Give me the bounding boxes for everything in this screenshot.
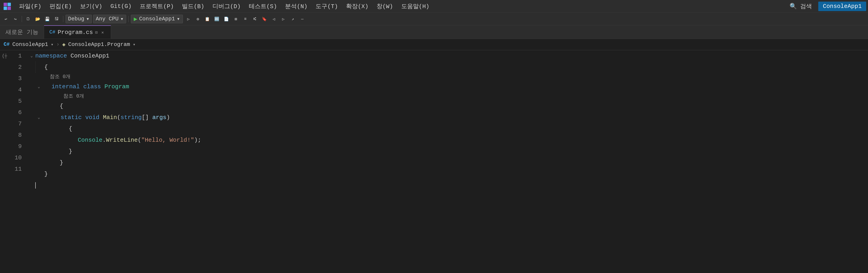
redo-button[interactable]: ↪ <box>11 15 20 23</box>
app-title-button[interactable]: ConsoleApp1 <box>818 2 866 11</box>
gutter-item-6 <box>0 107 9 118</box>
toolbar-btn-9[interactable]: ◁ <box>270 15 278 23</box>
debug-config-dropdown[interactable]: Debug ▾ <box>66 15 92 23</box>
paren-close: ) <box>166 114 170 120</box>
run-dropdown-arrow: ▾ <box>177 16 180 22</box>
toolbar-btn-1[interactable]: ⚙ <box>194 15 202 23</box>
gutter-item-7 <box>0 118 9 130</box>
class-name: Program <box>104 84 129 90</box>
brace-open-1: { <box>44 64 48 70</box>
code-line-3[interactable]: ⌄ internal class Program <box>27 81 868 92</box>
run-arrow-icon: ▶ <box>134 16 137 23</box>
keyword-static: static <box>61 114 82 120</box>
toolbar-btn-3[interactable]: 🔤 <box>213 15 221 23</box>
brace-open-2: { <box>60 103 63 109</box>
tab-program-cs[interactable]: C# Program.cs ⊡ ✕ <box>44 25 111 39</box>
menu-edit[interactable]: 편집(E) <box>46 1 75 11</box>
collapse-icon-3[interactable]: ⌄ <box>36 84 41 89</box>
line-num-6: 6 <box>13 107 24 118</box>
cpu-dropdown[interactable]: Any CPU ▾ <box>93 15 126 23</box>
hint-text-4: 참조 0개 <box>63 94 84 99</box>
tab-label: Program.cs <box>58 29 93 36</box>
menu-project[interactable]: 프로젝트(P) <box>136 1 178 11</box>
brace-close-2: } <box>60 160 63 166</box>
breadcrumb-class-dropdown[interactable]: ▾ <box>133 42 135 47</box>
app-logo <box>2 1 13 12</box>
collapse-icon-1[interactable]: ⌄ <box>29 53 34 59</box>
menu-debug[interactable]: 디버그(D) <box>209 1 244 11</box>
line-num-3: 3 <box>13 73 24 84</box>
menu-git[interactable]: Git(G) <box>107 2 135 11</box>
toolbar-btn-2[interactable]: 📋 <box>203 15 211 23</box>
toolbar-btn-7[interactable]: ⑆ <box>251 15 259 23</box>
svg-rect-1 <box>7 3 11 6</box>
line-num-7: 7 <box>13 118 24 130</box>
menu-help[interactable]: 도움말(H) <box>398 1 433 11</box>
code-line-8[interactable]: } <box>27 146 868 157</box>
class-icon: ◈ <box>62 41 65 48</box>
search-button[interactable]: 🔍 검색 <box>786 1 816 11</box>
code-line-4[interactable]: { <box>27 101 868 112</box>
open-button[interactable]: 📂 <box>34 15 42 23</box>
brace-close-1: } <box>69 148 72 154</box>
gutter: {┼ <box>0 50 9 191</box>
tab-pin-icon[interactable]: ⊡ <box>95 30 98 35</box>
gutter-item-8 <box>0 130 9 141</box>
paren-open: ( <box>117 114 121 120</box>
breadcrumb-dropdown-icon[interactable]: ▾ <box>51 42 54 47</box>
collapse-icon-5[interactable]: ⌄ <box>36 115 41 120</box>
editor-area: {┼ 1 2 3 4 5 6 7 8 9 10 11 ⌄ namespace C… <box>0 50 868 191</box>
save-button[interactable]: 💾 <box>43 15 51 23</box>
line-num-11: 11 <box>13 163 24 175</box>
toolbar: ↩ ↪ 🗋 📂 💾 🖫 Debug ▾ Any CPU ▾ ▶ ConsoleA… <box>0 13 868 25</box>
bracket: [] <box>142 114 149 120</box>
menu-view[interactable]: 보기(V) <box>76 1 106 11</box>
tab-new-feature[interactable]: 새로운 기능 <box>0 25 44 39</box>
tab-close-button[interactable]: ✕ <box>100 30 105 35</box>
cpu-label: Any CPU <box>96 16 119 22</box>
class-label[interactable]: ConsoleApp1.Program <box>68 42 130 48</box>
toolbar-btn-11[interactable]: ↗ <box>289 15 297 23</box>
new-file-button[interactable]: 🗋 <box>24 15 32 23</box>
code-line-9[interactable]: } <box>27 157 868 168</box>
code-area[interactable]: ⌄ namespace ConsoleApp1 { 참조 0개 ⌄ intern… <box>27 50 868 191</box>
line-num-8: 8 <box>13 130 24 141</box>
code-line-2[interactable]: { <box>27 61 868 73</box>
code-line-1[interactable]: ⌄ namespace ConsoleApp1 <box>27 50 868 61</box>
gutter-item-5 <box>0 95 9 107</box>
param-args: args <box>152 114 166 120</box>
menu-extensions[interactable]: 확장(X) <box>342 1 372 11</box>
code-line-7[interactable]: Console.WriteLine("Hello, World!"); <box>27 134 868 146</box>
save-all-button[interactable]: 🖫 <box>53 15 61 23</box>
toolbar-btn-10[interactable]: ▷ <box>279 15 287 23</box>
menu-tools[interactable]: 도구(T) <box>312 1 342 11</box>
toolbar-btn-5[interactable]: ⊞ <box>232 15 240 23</box>
menu-build[interactable]: 빌드(B) <box>178 1 208 11</box>
line-num-4: 4 <box>13 84 24 95</box>
gutter-item-1[interactable]: {┼ <box>0 50 9 61</box>
project-label[interactable]: ConsoleApp1 <box>12 42 48 48</box>
hint-line-3: 참조 0개 <box>27 73 868 81</box>
menu-file[interactable]: 파일(F) <box>16 1 45 11</box>
code-line-5[interactable]: ⌄ static void Main(string[] args) <box>27 112 868 123</box>
menu-test[interactable]: 테스트(S) <box>245 1 281 11</box>
menu-analyze[interactable]: 분석(N) <box>281 1 311 11</box>
toolbar-btn-4[interactable]: 📄 <box>222 15 230 23</box>
play-outline-button[interactable]: ▷ <box>184 15 192 23</box>
code-line-10[interactable]: } <box>27 168 868 180</box>
line-num-10: 10 <box>13 152 24 163</box>
undo-button[interactable]: ↩ <box>2 15 10 23</box>
gutter-item-9 <box>0 141 9 152</box>
keyword-class: class <box>83 84 101 90</box>
toolbar-btn-6[interactable]: ≡ <box>241 15 249 23</box>
menu-window[interactable]: 창(W) <box>373 1 397 11</box>
toolbar-btn-8[interactable]: 🔖 <box>260 15 268 23</box>
tab-icon: C# <box>50 29 55 35</box>
hint-text-3: 참조 0개 <box>50 75 70 79</box>
keyword-internal: internal <box>52 84 80 90</box>
code-line-6[interactable]: { <box>27 123 868 134</box>
toolbar-btn-12[interactable]: — <box>298 15 306 23</box>
code-line-11[interactable] <box>27 180 868 191</box>
brace-close-3: } <box>44 171 48 177</box>
run-button[interactable]: ▶ ConsoleApp1 ▾ <box>131 15 183 23</box>
